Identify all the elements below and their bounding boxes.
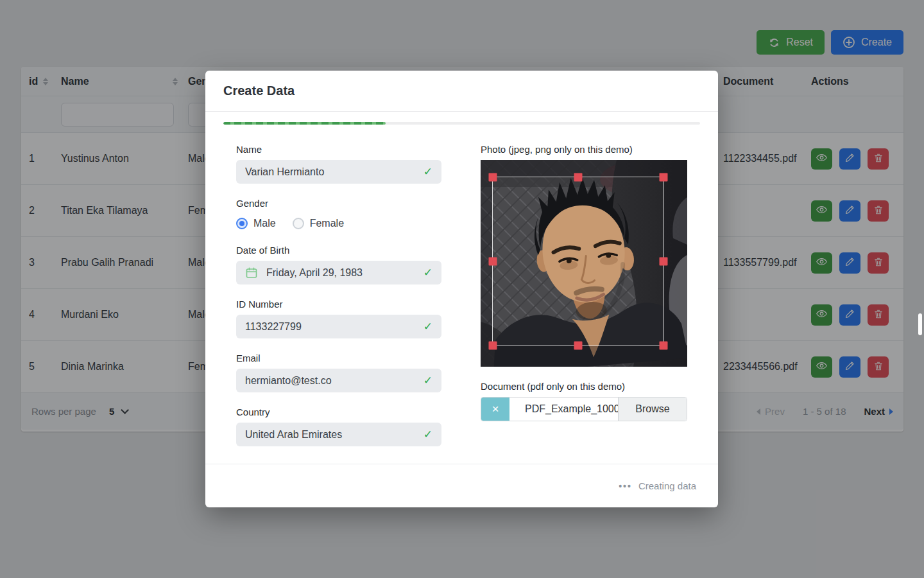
scrollbar-thumb[interactable] <box>918 313 922 335</box>
crop-handle-sw[interactable] <box>489 342 497 350</box>
email-value: hermianto@test.co <box>245 375 424 387</box>
crop-handle-e[interactable] <box>660 258 668 266</box>
document-label: Document (pdf only on this demo) <box>481 381 687 392</box>
modal-footer: ••• Creating data <box>205 464 718 507</box>
gender-male-option[interactable]: Male <box>236 218 276 229</box>
country-value: United Arab Emirates <box>245 429 424 441</box>
radio-unselected-icon[interactable] <box>293 218 304 229</box>
calendar-icon <box>245 267 258 279</box>
valid-check-icon: ✓ <box>424 374 432 387</box>
close-icon: × <box>492 402 499 416</box>
crop-handle-ne[interactable] <box>660 173 668 182</box>
clear-file-button[interactable]: × <box>481 398 509 421</box>
crop-handle-w[interactable] <box>489 258 497 266</box>
name-input[interactable]: Varian Hermianto ✓ <box>236 160 441 184</box>
modal-body: Name Varian Hermianto ✓ Gender Male Fema… <box>205 112 718 464</box>
radio-selected-icon[interactable] <box>236 218 248 229</box>
crop-handle-s[interactable] <box>574 342 583 350</box>
upload-progress-bar <box>223 122 700 125</box>
crop-handle-se[interactable] <box>660 342 668 350</box>
gender-female-option[interactable]: Female <box>293 218 344 229</box>
browse-button[interactable]: Browse <box>618 398 687 421</box>
loading-dots-icon: ••• <box>619 481 632 491</box>
create-data-modal: Create Data Name Varian Hermianto ✓ Gend… <box>205 71 718 507</box>
valid-check-icon: ✓ <box>424 320 432 333</box>
dob-label: Date of Birth <box>236 245 441 256</box>
photo-label: Photo (jpeg, png only on this demo) <box>481 144 687 155</box>
dob-input[interactable]: Friday, April 29, 1983 ✓ <box>236 261 441 285</box>
modal-header: Create Data <box>205 71 718 112</box>
gender-radio-group: Male Female <box>236 216 441 231</box>
id-number-label: ID Number <box>236 299 441 310</box>
email-label: Email <box>236 353 441 363</box>
valid-check-icon: ✓ <box>424 165 432 179</box>
country-label: Country <box>236 407 441 417</box>
crop-handle-n[interactable] <box>574 173 583 182</box>
name-value: Varian Hermianto <box>245 166 424 178</box>
crop-selection[interactable] <box>492 177 664 346</box>
progress-fill <box>223 122 386 125</box>
form-right-column: Photo (jpeg, png only on this demo) <box>481 134 687 446</box>
document-file-input: × PDF_Example_1000_KB.pdf Browse <box>481 397 687 421</box>
modal-title: Create Data <box>223 83 295 98</box>
form-left-column: Name Varian Hermianto ✓ Gender Male Fema… <box>236 134 441 446</box>
status-text: Creating data <box>638 480 696 491</box>
id-number-value: 1133227799 <box>245 321 424 333</box>
dob-value: Friday, April 29, 1983 <box>266 267 424 279</box>
file-name-value: PDF_Example_1000_KB.pdf <box>509 398 618 421</box>
crop-handle-nw[interactable] <box>489 173 497 182</box>
country-input[interactable]: United Arab Emirates ✓ <box>236 423 441 446</box>
valid-check-icon: ✓ <box>424 428 432 441</box>
photo-crop-preview[interactable] <box>481 160 687 367</box>
gender-label: Gender <box>236 198 441 209</box>
name-label: Name <box>236 144 441 155</box>
email-input[interactable]: hermianto@test.co ✓ <box>236 369 441 392</box>
id-number-input[interactable]: 1133227799 ✓ <box>236 315 441 338</box>
valid-check-icon: ✓ <box>424 266 432 279</box>
